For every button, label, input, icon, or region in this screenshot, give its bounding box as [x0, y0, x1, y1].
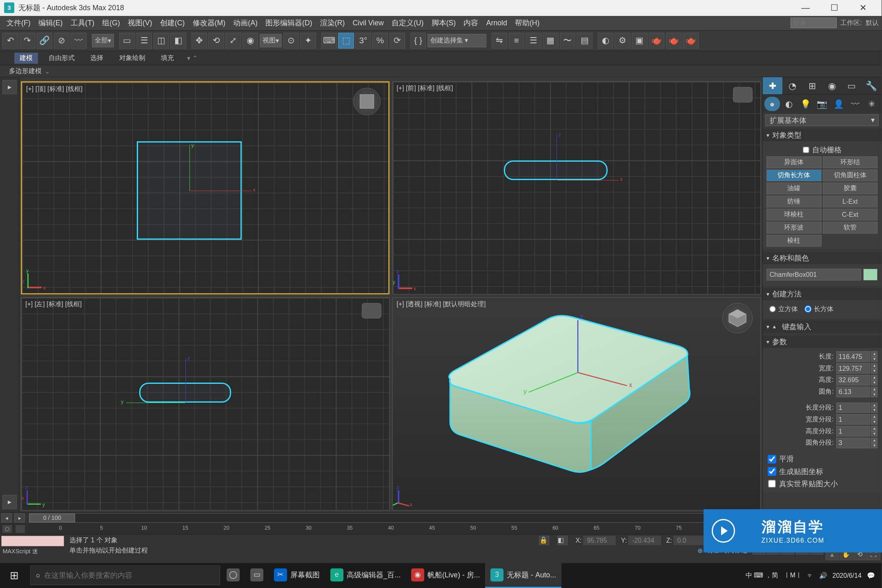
rollout-create-method[interactable]: 创建方法 — [763, 288, 882, 300]
rollout-object-type[interactable]: 对象类型 — [763, 129, 882, 141]
menu-create[interactable]: 创建(C) — [156, 17, 189, 29]
fillet-field[interactable] — [836, 387, 870, 397]
manipulate-button[interactable]: ✦ — [300, 33, 316, 49]
viewcube-persp[interactable] — [722, 303, 753, 333]
maxscript-listener[interactable] — [1, 536, 64, 546]
btn-hose[interactable]: 软管 — [823, 222, 878, 234]
rollout-keyboard[interactable]: ▸ 键盘输入 — [763, 321, 882, 333]
z-value[interactable]: 0.0 — [673, 536, 706, 545]
select-button[interactable]: ▭ — [119, 33, 135, 49]
lsegs-field[interactable] — [836, 403, 870, 413]
selection-filter[interactable]: 全部 ▾ — [92, 34, 114, 47]
btn-gengon[interactable]: 球棱柱 — [766, 209, 821, 220]
cat-shapes[interactable]: ◐ — [781, 97, 796, 111]
viewcube-top[interactable] — [353, 88, 381, 115]
height-field[interactable] — [836, 375, 870, 385]
task-cortana[interactable]: ◯ — [221, 563, 245, 588]
smooth-checkbox[interactable] — [768, 455, 776, 463]
menu-graph[interactable]: 图形编辑器(D) — [261, 17, 316, 29]
tab-motion[interactable]: ◉ — [822, 77, 842, 94]
fsegs-field[interactable] — [836, 438, 870, 448]
layers-button[interactable]: ☰ — [526, 33, 541, 49]
btn-lext[interactable]: L-Ext — [823, 196, 878, 207]
tray-date[interactable]: 2020/6/14 — [833, 572, 862, 579]
btn-spindle[interactable]: 纺锤 — [766, 196, 821, 207]
menu-animation[interactable]: 动画(A) — [229, 17, 262, 29]
genmap-checkbox[interactable] — [768, 467, 776, 476]
ribbon-tab-freeform[interactable]: 自由形式 — [43, 53, 80, 64]
task-edge[interactable]: e高级编辑器_百... — [325, 563, 406, 588]
notifications-icon[interactable]: 💬 — [867, 572, 875, 579]
menu-script[interactable]: 脚本(S) — [428, 17, 460, 29]
minimize-button[interactable]: — — [791, 0, 820, 16]
unlink-button[interactable]: ⊘ — [54, 33, 70, 49]
select-region-button[interactable]: ◫ — [154, 33, 169, 49]
length-field[interactable] — [836, 351, 870, 362]
schematic-button[interactable]: ▤ — [577, 33, 592, 49]
viewcube-front[interactable] — [733, 87, 753, 103]
realworld-checkbox[interactable] — [768, 480, 776, 488]
length-up[interactable]: ▴ — [871, 351, 878, 356]
menu-tools[interactable]: 工具(T) — [67, 17, 98, 29]
signin-field[interactable] — [791, 18, 836, 28]
scene-explorer-expand[interactable]: ▸ — [2, 495, 17, 509]
render-setup-button[interactable]: ⚙ — [615, 33, 630, 49]
x-value[interactable]: 95.785 — [583, 536, 616, 545]
selset-dropdown[interactable]: 创建选择集 ▾ — [428, 34, 486, 47]
curve-editor-button[interactable]: 〜 — [560, 33, 576, 49]
object-color-swatch[interactable] — [863, 269, 878, 281]
spinner-snap-button[interactable]: ⟳ — [390, 33, 405, 49]
ribbon-tab-objectpaint[interactable]: 对象绘制 — [114, 53, 151, 64]
toggle-ribbon-button[interactable]: ▦ — [543, 33, 559, 49]
placement-button[interactable]: ◉ — [243, 33, 258, 49]
btn-cext[interactable]: C-Ext — [823, 209, 878, 220]
btn-chamferbox[interactable]: 切角长方体 — [766, 169, 821, 181]
align-button[interactable]: ≡ — [509, 33, 525, 49]
task-music[interactable]: ◉帆船(Live) - 房... — [406, 563, 485, 588]
cat-systems[interactable]: ✳ — [864, 97, 879, 111]
btn-ringwave[interactable]: 环形波 — [766, 222, 821, 234]
btn-chamfercyl[interactable]: 切角圆柱体 — [823, 169, 878, 181]
tab-modify[interactable]: ◔ — [782, 77, 802, 94]
render-iterative-button[interactable]: 🫖 — [683, 33, 699, 49]
menu-content[interactable]: 内容 — [460, 17, 482, 29]
isolate-icon[interactable]: ◧ — [557, 536, 568, 545]
bind-button[interactable]: 〰 — [71, 33, 87, 49]
tab-create[interactable]: ✚ — [763, 77, 783, 94]
viewport-left[interactable]: [+] [左] [标准] [线框] z y yz x — [21, 297, 390, 510]
wsegs-field[interactable] — [836, 414, 870, 425]
ribbon-tab-selection[interactable]: 选择 — [85, 53, 109, 64]
btn-prism[interactable]: 棱柱 — [766, 235, 821, 247]
link-button[interactable]: 🔗 — [37, 33, 53, 49]
workspace-value[interactable]: 默认 — [866, 19, 879, 27]
menu-views[interactable]: 视图(V) — [124, 17, 156, 29]
scene-explorer-toggle[interactable]: ▸ — [2, 80, 17, 94]
tab-utilities[interactable]: 🔧 — [862, 77, 882, 94]
hsegs-field[interactable] — [836, 426, 870, 437]
task-screenshot[interactable]: ✂屏幕截图 — [269, 563, 325, 588]
task-taskview[interactable]: ▭ — [245, 563, 269, 588]
move-button[interactable]: ✥ — [192, 33, 207, 49]
menu-render[interactable]: 渲染(R) — [316, 17, 349, 29]
chamferbox-front-outline[interactable] — [504, 160, 608, 180]
length-down[interactable]: ▾ — [871, 356, 878, 362]
menu-help[interactable]: 帮助(H) — [511, 17, 543, 29]
cat-cameras[interactable]: 📷 — [814, 97, 829, 111]
material-editor-button[interactable]: ◐ — [598, 33, 614, 49]
angle-snap-button[interactable]: 3° — [355, 33, 371, 49]
viewport-left-label[interactable]: [+] [左] [标准] [线框] — [25, 300, 82, 309]
btn-oiltank[interactable]: 油罐 — [766, 183, 821, 194]
y-value[interactable]: -20.434 — [628, 536, 661, 545]
btn-hedra[interactable]: 异面体 — [766, 156, 821, 168]
viewport-top[interactable]: [+] [顶] [标准] [线框] y x xy z — [21, 81, 390, 294]
keyboard-shortcut-button[interactable]: ⌨ — [321, 33, 337, 49]
menu-file[interactable]: 文件(F) — [2, 17, 34, 29]
menu-modifiers[interactable]: 修改器(M) — [189, 17, 229, 29]
render-last-button[interactable]: 🫖 — [666, 33, 682, 49]
start-button[interactable]: ⊞ — [0, 563, 29, 588]
chamferbox-object[interactable]: z y x — [417, 297, 699, 492]
btn-capsule[interactable]: 胶囊 — [823, 183, 878, 194]
snap-toggle-button[interactable]: ⬚ — [338, 33, 354, 49]
rollout-name-color[interactable]: 名称和颜色 — [763, 252, 882, 264]
geometry-type-dropdown[interactable]: 扩展基本体▾ — [765, 114, 879, 126]
